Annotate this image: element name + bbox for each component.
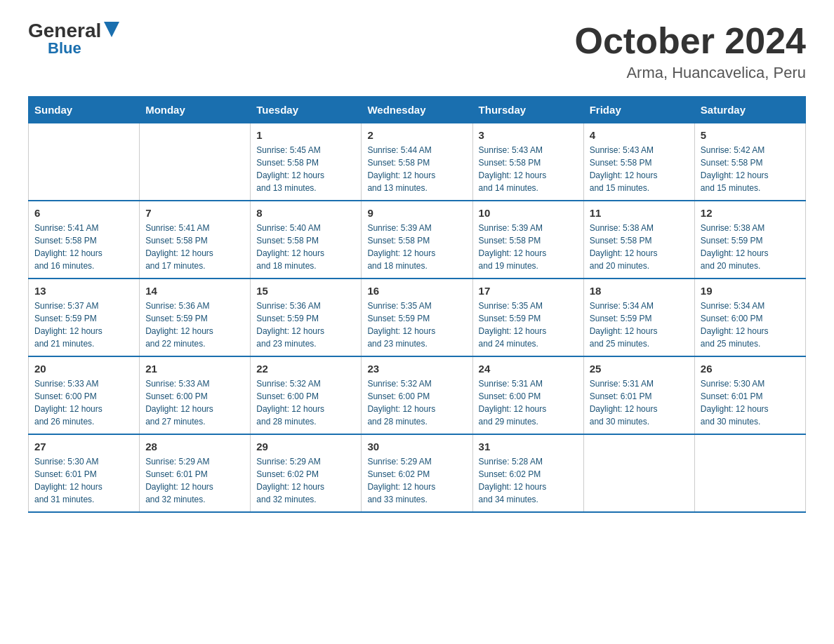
calendar-cell: 23Sunrise: 5:32 AM Sunset: 6:00 PM Dayli…	[362, 356, 472, 434]
calendar-cell: 27Sunrise: 5:30 AM Sunset: 6:01 PM Dayli…	[29, 434, 140, 512]
day-number: 26	[701, 363, 800, 375]
logo: General Blue	[28, 21, 119, 56]
day-number: 27	[34, 441, 133, 452]
day-number: 15	[256, 285, 355, 297]
day-info: Sunrise: 5:39 AM Sunset: 5:58 PM Dayligh…	[479, 222, 578, 272]
day-info: Sunrise: 5:31 AM Sunset: 6:00 PM Dayligh…	[479, 377, 578, 428]
day-info: Sunrise: 5:31 AM Sunset: 6:01 PM Dayligh…	[590, 377, 689, 428]
calendar-cell: 2Sunrise: 5:44 AM Sunset: 5:58 PM Daylig…	[362, 123, 472, 201]
calendar-header-monday: Monday	[140, 97, 251, 123]
day-number: 8	[256, 207, 355, 219]
calendar-cell: 11Sunrise: 5:38 AM Sunset: 5:58 PM Dayli…	[583, 201, 694, 279]
calendar-cell: 13Sunrise: 5:37 AM Sunset: 5:59 PM Dayli…	[29, 279, 140, 356]
day-info: Sunrise: 5:42 AM Sunset: 5:58 PM Dayligh…	[701, 144, 800, 194]
calendar-cell: 5Sunrise: 5:42 AM Sunset: 5:58 PM Daylig…	[694, 123, 805, 201]
month-title: October 2024	[575, 21, 807, 61]
day-info: Sunrise: 5:38 AM Sunset: 5:59 PM Dayligh…	[701, 222, 800, 272]
day-info: Sunrise: 5:33 AM Sunset: 6:00 PM Dayligh…	[34, 377, 133, 428]
calendar-cell	[694, 434, 805, 512]
calendar-cell: 15Sunrise: 5:36 AM Sunset: 5:59 PM Dayli…	[251, 279, 362, 356]
day-info: Sunrise: 5:44 AM Sunset: 5:58 PM Dayligh…	[367, 144, 466, 194]
calendar-cell: 12Sunrise: 5:38 AM Sunset: 5:59 PM Dayli…	[694, 201, 805, 279]
calendar-cell: 3Sunrise: 5:43 AM Sunset: 5:58 PM Daylig…	[472, 123, 583, 201]
page-header: General Blue October 2024 Arma, Huancave…	[28, 21, 806, 82]
calendar-cell: 25Sunrise: 5:31 AM Sunset: 6:01 PM Dayli…	[583, 356, 694, 434]
day-info: Sunrise: 5:32 AM Sunset: 6:00 PM Dayligh…	[367, 377, 466, 428]
day-info: Sunrise: 5:30 AM Sunset: 6:01 PM Dayligh…	[34, 455, 133, 506]
day-number: 9	[367, 207, 466, 219]
day-info: Sunrise: 5:33 AM Sunset: 6:00 PM Dayligh…	[145, 377, 244, 428]
day-info: Sunrise: 5:28 AM Sunset: 6:02 PM Dayligh…	[479, 455, 578, 506]
calendar-cell: 9Sunrise: 5:39 AM Sunset: 5:58 PM Daylig…	[362, 201, 472, 279]
day-number: 18	[590, 285, 689, 297]
calendar-cell: 14Sunrise: 5:36 AM Sunset: 5:59 PM Dayli…	[140, 279, 251, 356]
day-info: Sunrise: 5:40 AM Sunset: 5:58 PM Dayligh…	[256, 222, 355, 272]
logo-blue-text: Blue	[48, 41, 81, 56]
calendar-cell: 8Sunrise: 5:40 AM Sunset: 5:58 PM Daylig…	[251, 201, 362, 279]
day-number: 19	[701, 285, 800, 297]
calendar-header-friday: Friday	[583, 97, 694, 123]
day-info: Sunrise: 5:41 AM Sunset: 5:58 PM Dayligh…	[145, 222, 244, 272]
calendar-cell: 18Sunrise: 5:34 AM Sunset: 5:59 PM Dayli…	[583, 279, 694, 356]
day-number: 10	[479, 207, 578, 219]
day-info: Sunrise: 5:32 AM Sunset: 6:00 PM Dayligh…	[256, 377, 355, 428]
calendar-week-row: 1Sunrise: 5:45 AM Sunset: 5:58 PM Daylig…	[29, 123, 806, 201]
day-info: Sunrise: 5:34 AM Sunset: 5:59 PM Dayligh…	[590, 300, 689, 350]
day-number: 22	[256, 363, 355, 375]
day-number: 13	[34, 285, 133, 297]
day-number: 7	[145, 207, 244, 219]
location-title: Arma, Huancavelica, Peru	[575, 64, 807, 82]
day-number: 5	[701, 129, 800, 141]
calendar-header-row: SundayMondayTuesdayWednesdayThursdayFrid…	[29, 97, 806, 123]
calendar-cell: 26Sunrise: 5:30 AM Sunset: 6:01 PM Dayli…	[694, 356, 805, 434]
calendar-cell: 6Sunrise: 5:41 AM Sunset: 5:58 PM Daylig…	[29, 201, 140, 279]
day-info: Sunrise: 5:43 AM Sunset: 5:58 PM Dayligh…	[590, 144, 689, 194]
day-info: Sunrise: 5:38 AM Sunset: 5:58 PM Dayligh…	[590, 222, 689, 272]
calendar-cell: 24Sunrise: 5:31 AM Sunset: 6:00 PM Dayli…	[472, 356, 583, 434]
calendar-table: SundayMondayTuesdayWednesdayThursdayFrid…	[28, 96, 806, 513]
calendar-cell: 29Sunrise: 5:29 AM Sunset: 6:02 PM Dayli…	[251, 434, 362, 512]
day-number: 31	[479, 441, 578, 452]
day-number: 23	[367, 363, 466, 375]
day-info: Sunrise: 5:29 AM Sunset: 6:01 PM Dayligh…	[145, 455, 244, 506]
day-number: 16	[367, 285, 466, 297]
day-number: 12	[701, 207, 800, 219]
calendar-week-row: 20Sunrise: 5:33 AM Sunset: 6:00 PM Dayli…	[29, 356, 806, 434]
day-number: 2	[367, 129, 466, 141]
day-number: 29	[256, 441, 355, 452]
calendar-cell: 21Sunrise: 5:33 AM Sunset: 6:00 PM Dayli…	[140, 356, 251, 434]
calendar-week-row: 27Sunrise: 5:30 AM Sunset: 6:01 PM Dayli…	[29, 434, 806, 512]
day-info: Sunrise: 5:35 AM Sunset: 5:59 PM Dayligh…	[479, 300, 578, 350]
calendar-cell: 20Sunrise: 5:33 AM Sunset: 6:00 PM Dayli…	[29, 356, 140, 434]
calendar-header-saturday: Saturday	[694, 97, 805, 123]
calendar-week-row: 6Sunrise: 5:41 AM Sunset: 5:58 PM Daylig…	[29, 201, 806, 279]
day-number: 21	[145, 363, 244, 375]
calendar-cell	[583, 434, 694, 512]
day-number: 14	[145, 285, 244, 297]
day-info: Sunrise: 5:39 AM Sunset: 5:58 PM Dayligh…	[367, 222, 466, 272]
calendar-header-tuesday: Tuesday	[251, 97, 362, 123]
day-number: 28	[145, 441, 244, 452]
calendar-cell: 19Sunrise: 5:34 AM Sunset: 6:00 PM Dayli…	[694, 279, 805, 356]
svg-marker-0	[104, 22, 119, 37]
calendar-cell: 16Sunrise: 5:35 AM Sunset: 5:59 PM Dayli…	[362, 279, 472, 356]
day-info: Sunrise: 5:41 AM Sunset: 5:58 PM Dayligh…	[34, 222, 133, 272]
day-number: 1	[256, 129, 355, 141]
calendar-cell: 1Sunrise: 5:45 AM Sunset: 5:58 PM Daylig…	[251, 123, 362, 201]
calendar-cell	[29, 123, 140, 201]
calendar-cell: 17Sunrise: 5:35 AM Sunset: 5:59 PM Dayli…	[472, 279, 583, 356]
day-number: 24	[479, 363, 578, 375]
logo-general-text: General	[28, 21, 101, 41]
calendar-cell: 4Sunrise: 5:43 AM Sunset: 5:58 PM Daylig…	[583, 123, 694, 201]
day-info: Sunrise: 5:37 AM Sunset: 5:59 PM Dayligh…	[34, 300, 133, 350]
day-info: Sunrise: 5:36 AM Sunset: 5:59 PM Dayligh…	[256, 300, 355, 350]
day-info: Sunrise: 5:34 AM Sunset: 6:00 PM Dayligh…	[701, 300, 800, 350]
calendar-cell: 31Sunrise: 5:28 AM Sunset: 6:02 PM Dayli…	[472, 434, 583, 512]
calendar-cell: 28Sunrise: 5:29 AM Sunset: 6:01 PM Dayli…	[140, 434, 251, 512]
day-info: Sunrise: 5:29 AM Sunset: 6:02 PM Dayligh…	[367, 455, 466, 506]
calendar-header-wednesday: Wednesday	[362, 97, 472, 123]
calendar-cell: 30Sunrise: 5:29 AM Sunset: 6:02 PM Dayli…	[362, 434, 472, 512]
day-info: Sunrise: 5:30 AM Sunset: 6:01 PM Dayligh…	[701, 377, 800, 428]
day-info: Sunrise: 5:45 AM Sunset: 5:58 PM Dayligh…	[256, 144, 355, 194]
calendar-week-row: 13Sunrise: 5:37 AM Sunset: 5:59 PM Dayli…	[29, 279, 806, 356]
